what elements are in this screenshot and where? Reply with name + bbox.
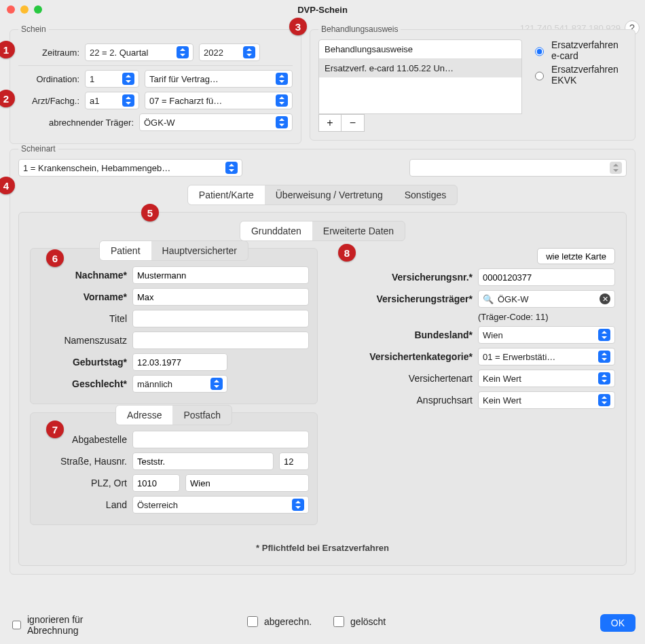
radio-ekvk[interactable]: Ersatzverfahren EKVK [532, 64, 627, 86]
zusatz-input[interactable] [132, 332, 309, 349]
callout-6: 6 [46, 249, 64, 267]
scheinart-secondary-select[interactable] [409, 159, 627, 177]
ort-input[interactable] [185, 474, 309, 492]
chevron-updown-icon [177, 46, 189, 58]
traeger-label: abrechnender Träger: [18, 118, 134, 128]
land-label: Land [39, 499, 127, 510]
plz-input[interactable] [132, 474, 180, 492]
tab-patient[interactable]: Patient [100, 241, 151, 260]
strasse-input[interactable] [132, 452, 274, 470]
ordination-tarif-select[interactable]: Tarif für Vertrag… [145, 70, 293, 88]
chevron-updown-icon [225, 162, 238, 174]
zeitraum-label: Zeitraum: [18, 48, 79, 58]
vorname-input[interactable] [132, 288, 309, 306]
beh-list-item[interactable]: Ersatzverf. e-card 11.05.22 Un… [319, 59, 521, 77]
radio-ecard-input[interactable] [535, 46, 544, 57]
bundesland-label: Bundesland* [330, 329, 473, 340]
hausnr-input[interactable] [279, 452, 309, 470]
chevron-updown-icon [243, 46, 255, 58]
search-icon: 🔍 [483, 294, 494, 304]
chevron-updown-icon [276, 94, 288, 107]
bundesland-select[interactable]: Wien [478, 326, 615, 344]
verstraeger-value: ÖGK-W [498, 294, 595, 304]
chevron-updown-icon [276, 73, 288, 85]
scheinart-group: Scheinart 1 = Krankenschein, Hebammengeb… [10, 144, 635, 575]
pflichtfeld-note: * Pflichtfeld bei Ersatzverfahren [30, 543, 615, 553]
schein-legend: Schein [18, 24, 49, 34]
ok-button[interactable]: OK [600, 614, 635, 632]
verstraeger-label: Versicherungsträger* [330, 293, 473, 304]
geloescht-checkbox-input[interactable] [333, 616, 344, 627]
zusatz-label: Namenszusatz [39, 335, 127, 346]
versnr-label: Versicherungsnr.* [330, 272, 473, 283]
behandlungsausweis-group: Behandlungsausweis Behandlungsausweise E… [310, 24, 635, 141]
callout-8: 8 [338, 244, 356, 262]
titel-input[interactable] [132, 310, 309, 327]
patient-panel: Patient Hauptversicherter Nachname* Vorn… [30, 248, 318, 404]
scheinart-select[interactable]: 1 = Krankenschein, Hebammengeb… [18, 159, 242, 177]
abger-checkbox[interactable]: abgerechn. [244, 614, 312, 629]
tab-hauptversicherter[interactable]: Hauptversicherter [151, 241, 248, 260]
beh-list-header: Behandlungsausweise [319, 40, 521, 59]
tab-patient-karte[interactable]: Patient/Karte [188, 185, 265, 204]
window-title: DVP-Schein [0, 5, 645, 15]
radio-ekvk-input[interactable] [535, 71, 544, 82]
versnr-input[interactable] [478, 268, 615, 286]
last-card-button[interactable]: wie letzte Karte [537, 248, 615, 264]
sub-tabs: Grunddaten Erweiterte Daten [240, 221, 405, 241]
tab-postfach[interactable]: Postfach [172, 406, 231, 425]
tab-grunddaten[interactable]: Grunddaten [240, 221, 312, 240]
clear-icon[interactable]: ✕ [600, 293, 610, 304]
verstraeger-search[interactable]: 🔍 ÖGK-W ✕ [478, 290, 615, 308]
titlebar: DVP-Schein [0, 0, 645, 19]
nachname-label: Nachname* [39, 270, 127, 281]
tab-adresse[interactable]: Adresse [116, 406, 172, 425]
zeitraum-year-select[interactable]: 2022 [199, 43, 260, 61]
chevron-updown-icon [598, 329, 610, 341]
ignore-checkbox-input[interactable] [12, 620, 21, 630]
radio-ecard[interactable]: Ersatzverfahren e-card [532, 39, 627, 61]
geloescht-checkbox[interactable]: gelöscht [331, 614, 386, 629]
versart-label: Versichertenart [330, 373, 473, 384]
strasse-label: Straße, Hausnr. [39, 456, 127, 467]
ordination-select[interactable]: 1 [85, 70, 139, 88]
anspruch-select[interactable]: Kein Wert [478, 391, 615, 409]
callout-3: 3 [289, 18, 307, 35]
beh-list[interactable]: Behandlungsausweise Ersatzverf. e-card 1… [318, 39, 522, 114]
remove-button[interactable]: − [342, 114, 365, 132]
arzt-fach-select[interactable]: 07 = Facharzt fü… [145, 92, 293, 109]
chevron-updown-icon [276, 116, 288, 128]
abgabe-input[interactable] [132, 431, 309, 448]
anspruch-label: Anspruchsart [330, 395, 473, 406]
traeger-select[interactable]: ÖGK-W [139, 113, 293, 131]
tab-sonstiges[interactable]: Sonstiges [394, 185, 457, 204]
chevron-updown-icon [122, 73, 134, 85]
chevron-updown-icon [122, 94, 134, 107]
geburtstag-input[interactable] [132, 353, 227, 371]
versart-select[interactable]: Kein Wert [478, 370, 615, 387]
geschlecht-select[interactable]: männlich [132, 375, 227, 393]
abger-checkbox-input[interactable] [247, 616, 258, 627]
schein-group: Schein Zeitraum: 22 = 2. Quartal 2022 Or… [10, 24, 301, 144]
ordination-label: Ordination: [18, 74, 79, 84]
arzt-select[interactable]: a1 [85, 92, 139, 109]
address-tabs: Adresse Postfach [115, 405, 232, 425]
land-select[interactable]: Österreich [132, 496, 309, 514]
callout-7: 7 [46, 421, 64, 438]
plz-label: PLZ, Ort [39, 478, 127, 488]
titel-label: Titel [39, 313, 127, 324]
ignore-checkbox[interactable]: ignorieren für Abrechnung [10, 614, 105, 636]
nachname-input[interactable] [132, 266, 309, 284]
chevron-updown-icon [610, 162, 622, 174]
callout-5: 5 [141, 204, 159, 221]
tab-ueberweisung[interactable]: Überweisung / Vertretung [265, 185, 394, 204]
tab-erweiterte[interactable]: Erweiterte Daten [312, 221, 405, 240]
add-button[interactable]: + [318, 114, 342, 132]
scheinart-legend: Scheinart [18, 144, 58, 154]
verskat-select[interactable]: 01 = Erwerbstäti… [478, 348, 615, 365]
geburtstag-label: Geburtstag* [39, 357, 127, 368]
zeitraum-select[interactable]: 22 = 2. Quartal [85, 43, 194, 61]
chevron-updown-icon [292, 499, 304, 511]
main-tabs: Patient/Karte Überweisung / Vertretung S… [187, 185, 458, 205]
beh-radios: Ersatzverfahren e-card Ersatzverfahren E… [532, 39, 627, 132]
